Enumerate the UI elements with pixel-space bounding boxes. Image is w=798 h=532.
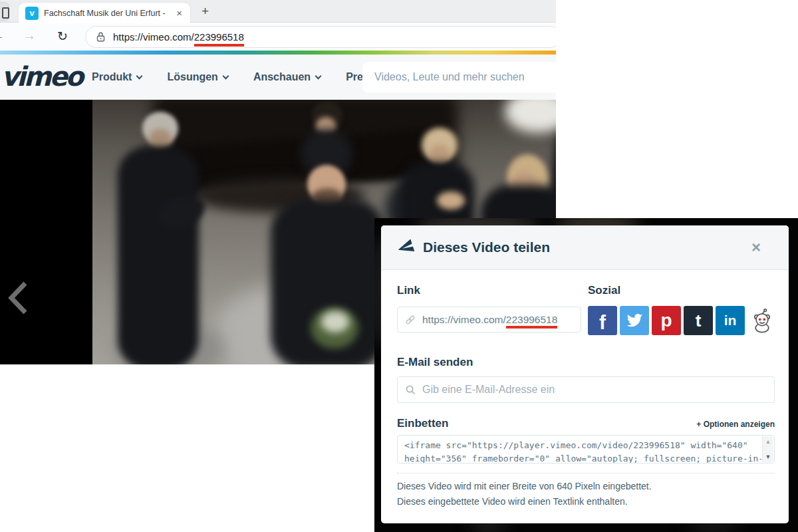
embed-section-label: Einbetten bbox=[397, 417, 448, 430]
share-dialog-header: Dieses Video teilen × bbox=[381, 225, 789, 270]
partial-ui-fragment bbox=[0, 2, 9, 21]
share-link-text: https://vimeo.com/223996518 bbox=[422, 314, 557, 326]
vimeo-favicon-icon: v bbox=[25, 7, 39, 20]
vimeo-header: vimeo Produkt Lösungen Anschauen Preise … bbox=[0, 55, 556, 100]
scroll-down-icon[interactable]: ▼ bbox=[765, 454, 771, 460]
video-overlay-screenshot: Dieses Video teilen × Link https://vimeo… bbox=[374, 218, 798, 532]
woman-right1-face bbox=[429, 145, 450, 164]
vimeo-logo[interactable]: vimeo bbox=[1, 61, 82, 92]
nav-loesungen[interactable]: Lösungen bbox=[167, 71, 227, 83]
nav-produkt[interactable]: Produkt bbox=[92, 71, 142, 83]
pinterest-share-icon[interactable]: p bbox=[652, 306, 681, 335]
embed-code-text: <iframe src="https://player.vimeo.com/vi… bbox=[398, 436, 761, 463]
share-dialog-title: Dieses Video teilen bbox=[423, 239, 550, 255]
site-search-input[interactable]: Videos, Leute und mehr suchen bbox=[362, 62, 556, 92]
close-icon[interactable]: × bbox=[751, 239, 761, 255]
twitter-share-icon[interactable] bbox=[620, 306, 649, 335]
reddit-snoo-icon bbox=[749, 308, 775, 333]
tab-close-icon[interactable]: × bbox=[175, 7, 184, 19]
screenshot-root: v Fachschaft Musik der Uni Erfurt - × + … bbox=[0, 0, 798, 532]
nav-anschauen[interactable]: Anschauen bbox=[253, 71, 321, 83]
embed-code-scrollbar[interactable]: ▲ ▼ bbox=[762, 436, 773, 462]
chevron-down-icon bbox=[222, 72, 229, 79]
search-placeholder: Videos, Leute und mehr suchen bbox=[374, 71, 525, 83]
facebook-share-icon[interactable]: f bbox=[588, 306, 617, 335]
back-button[interactable]: ← bbox=[0, 28, 5, 43]
embed-textlink-note: Dieses eingebettete Video wird einen Tex… bbox=[397, 494, 652, 509]
show-options-link[interactable]: + Optionen anzeigen bbox=[696, 420, 775, 429]
link-chain-icon bbox=[404, 314, 416, 326]
reddit-share-icon[interactable] bbox=[747, 306, 777, 335]
url-id-red-underline: 223996518 bbox=[194, 31, 244, 47]
window-light bbox=[505, 100, 556, 133]
new-tab-button[interactable]: + bbox=[201, 4, 209, 19]
url-text: https://vimeo.com/223996518 bbox=[113, 31, 244, 43]
prev-video-chevron-icon[interactable] bbox=[7, 281, 29, 315]
flower-blossoms bbox=[321, 311, 349, 332]
paper-plane-icon bbox=[395, 237, 417, 259]
forward-button[interactable]: → bbox=[23, 28, 36, 43]
dialog-footer: Dieses Video wird mit einer Breite von 6… bbox=[397, 479, 652, 509]
chevron-down-icon bbox=[315, 72, 322, 79]
linkedin-share-icon[interactable]: in bbox=[716, 306, 745, 335]
tumblr-share-icon[interactable]: t bbox=[684, 306, 713, 335]
embed-code-box[interactable]: <iframe src="https://player.vimeo.com/vi… bbox=[397, 435, 775, 464]
share-dialog: Dieses Video teilen × Link https://vimeo… bbox=[381, 225, 789, 523]
browser-tab-strip: v Fachschaft Musik der Uni Erfurt - × + bbox=[0, 0, 556, 23]
vimeo-nav: Produkt Lösungen Anschauen Preise bbox=[92, 55, 378, 100]
dialog-divider bbox=[397, 473, 775, 473]
social-section-label: Sozial bbox=[588, 284, 620, 297]
person-left-body bbox=[118, 146, 199, 364]
social-icons-row: f p t in bbox=[588, 306, 777, 335]
twitter-bird-icon bbox=[626, 312, 643, 329]
email-input[interactable]: Gib eine E-Mail-Adresse ein bbox=[397, 376, 775, 403]
email-section-label: E-Mail senden bbox=[397, 356, 473, 369]
link-section-label: Link bbox=[397, 284, 420, 297]
browser-tab[interactable]: v Fachschaft Musik der Uni Erfurt - × bbox=[19, 3, 190, 23]
refresh-button[interactable]: ↻ bbox=[57, 29, 68, 44]
browser-toolbar: ← → ↻ https://vimeo.com/223996518 bbox=[0, 23, 556, 51]
woman-right1-hands bbox=[437, 192, 465, 209]
search-icon bbox=[405, 384, 416, 396]
email-placeholder: Gib eine E-Mail-Adresse ein bbox=[422, 384, 555, 396]
chevron-down-icon bbox=[136, 72, 143, 79]
share-link-id-red-underline: 223996518 bbox=[506, 314, 558, 329]
lock-icon bbox=[96, 31, 106, 43]
scroll-up-icon[interactable]: ▲ bbox=[765, 438, 771, 445]
embed-width-note: Dieses Video wird mit einer Breite von 6… bbox=[397, 479, 652, 494]
address-bar[interactable]: https://vimeo.com/223996518 bbox=[85, 26, 556, 48]
share-link-input[interactable]: https://vimeo.com/223996518 bbox=[397, 307, 581, 332]
tab-title: Fachschaft Musik der Uni Erfurt - bbox=[44, 9, 170, 18]
